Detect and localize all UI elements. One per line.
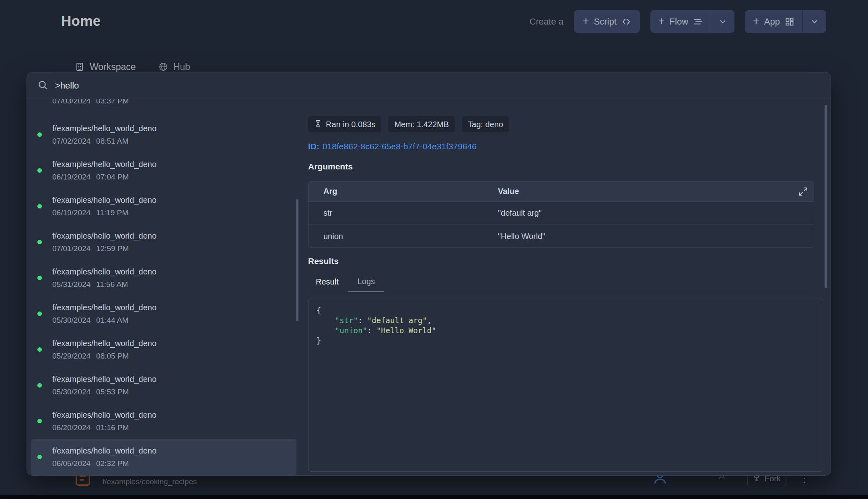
run-id[interactable]: ID:018fe862-8c62-65e8-b7f7-04e31f379646: [308, 142, 831, 151]
run-path: f/examples/hello_world_deno: [52, 446, 156, 456]
results-title: Results: [308, 256, 831, 266]
table-row: union "Hello World": [309, 225, 814, 247]
run-datetime: 06/05/202402:32 PM: [52, 459, 156, 468]
tab-logs[interactable]: Logs: [348, 277, 384, 292]
expand-icon[interactable]: [798, 187, 808, 196]
screen: Home Create a + Script + Flow: [0, 0, 868, 499]
column-header-arg: Arg: [309, 187, 498, 196]
run-path: f/examples/hello_world_deno: [52, 410, 156, 420]
run-datetime: 05/31/202411:56 AM: [52, 280, 156, 289]
run-path: f/examples/hello_world_deno: [52, 231, 156, 241]
run-list-item[interactable]: f/examples/hello_world_deno 06/05/202402…: [31, 439, 296, 475]
run-list-item[interactable]: f/examples/hello_world_deno 06/19/202407…: [31, 153, 296, 188]
tag-badge: Tag: deno: [462, 116, 509, 132]
run-path: f/examples/hello_world_deno: [52, 375, 156, 384]
run-path: f/examples/hello_world_deno: [52, 267, 156, 276]
run-datetime: 05/29/202408:05 PM: [52, 352, 156, 361]
run-list-item[interactable]: f/examples/hello_world_deno 05/31/202411…: [31, 260, 296, 296]
list-scrollbar-thumb[interactable]: [296, 199, 298, 321]
run-datetime: 06/19/202411:19 PM: [52, 208, 156, 217]
success-dot-icon: [37, 132, 42, 137]
run-list-item[interactable]: f/examples/hello_world_deno 05/29/202408…: [31, 332, 296, 367]
run-path: f/examples/hello_world_deno: [52, 124, 156, 133]
search-bar: [27, 72, 831, 99]
run-badges: Ran in 0.083s Mem: 1.422MB Tag: deno: [308, 116, 831, 132]
run-list: 07/03/202403:37 PM f/examples/hello_worl…: [27, 99, 298, 475]
search-icon: [37, 80, 48, 92]
hourglass-icon: [314, 120, 322, 129]
result-json: { "str": "default arg", "union": "Hello …: [308, 299, 823, 472]
run-list-item[interactable]: f/examples/hello_world_deno 05/30/202405…: [31, 367, 296, 403]
success-dot-icon: [37, 204, 42, 208]
run-datetime: 07/01/202412:59 PM: [52, 244, 156, 253]
arguments-table: Arg Value str "default arg" union "Hello…: [308, 181, 814, 248]
run-details-panel: Ran in 0.083s Mem: 1.422MB Tag: deno ID:…: [298, 99, 831, 475]
run-list-item[interactable]: f/examples/hello_world_deno 06/19/202411…: [31, 188, 296, 224]
success-dot-icon: [37, 455, 42, 459]
success-dot-icon: [37, 383, 42, 388]
tab-result[interactable]: Result: [308, 277, 348, 292]
arguments-title: Arguments: [308, 162, 831, 171]
run-datetime: 06/20/202401:16 PM: [52, 423, 156, 432]
search-input[interactable]: [55, 80, 820, 91]
success-dot-icon: [37, 168, 42, 173]
success-dot-icon: [37, 419, 42, 423]
run-datetime: 05/30/202405:53 PM: [52, 388, 156, 396]
run-list-item[interactable]: f/examples/hello_world_deno 05/30/202401…: [31, 296, 296, 332]
success-dot-icon: [37, 276, 42, 280]
success-dot-icon: [37, 311, 42, 316]
run-list-items: f/examples/hello_world_deno 07/02/202408…: [31, 117, 298, 475]
table-row: str "default arg": [309, 202, 814, 225]
modal-body: 07/03/202403:37 PM f/examples/hello_worl…: [27, 99, 831, 475]
run-path: f/examples/hello_world_deno: [52, 196, 156, 205]
run-datetime: 07/03/202403:37 PM: [52, 99, 129, 105]
result-tabs: Result Logs: [308, 272, 814, 292]
run-datetime: 07/02/202408:51 AM: [52, 137, 156, 146]
run-datetime: 05/30/202401:44 AM: [52, 316, 156, 325]
command-palette-modal: 07/03/202403:37 PM f/examples/hello_worl…: [27, 72, 831, 476]
run-path: f/examples/hello_world_deno: [52, 339, 156, 348]
arguments-table-header: Arg Value: [309, 181, 814, 202]
memory-badge: Mem: 1.422MB: [388, 116, 455, 132]
run-path: f/examples/hello_world_deno: [52, 303, 156, 312]
run-list-item[interactable]: f/examples/hello_world_deno 07/02/202408…: [31, 117, 296, 153]
success-dot-icon: [37, 347, 42, 352]
success-dot-icon: [37, 240, 42, 244]
run-datetime: 06/19/202407:04 PM: [52, 173, 156, 181]
run-path: f/examples/hello_world_deno: [52, 160, 156, 169]
details-scrollbar-thumb[interactable]: [825, 105, 827, 288]
run-list-item[interactable]: f/examples/hello_world_deno 06/20/202401…: [31, 403, 296, 439]
run-list-item[interactable]: f/examples/hello_world_deno 07/01/202412…: [31, 224, 296, 260]
run-list-item-clipped[interactable]: 07/03/202403:37 PM: [31, 99, 298, 117]
column-header-value: Value: [498, 187, 814, 196]
duration-badge: Ran in 0.083s: [308, 116, 381, 132]
